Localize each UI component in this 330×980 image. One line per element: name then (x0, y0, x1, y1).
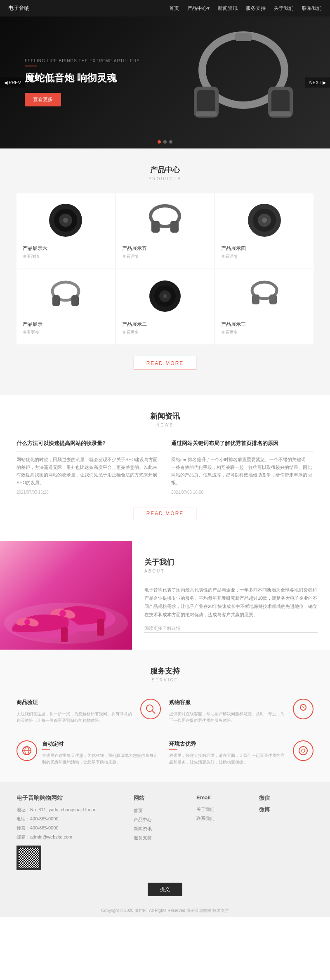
service-dash-4 (169, 749, 177, 750)
svg-text:?: ? (302, 705, 304, 710)
hero-section: ◀ PREV FEELING LIFE BRINGS THE EXTREME A… (0, 16, 330, 148)
news-text-1: 网站优化的时候，回顾过去的流量，就会发现不少关于SEO建设与方面的差距，方法遥遥… (16, 456, 159, 487)
svg-point-11 (63, 218, 68, 223)
hero-cta-btn[interactable]: 查看更多 (25, 93, 61, 106)
news-grid: 什么方法可以快速提高网站的收录量? 网站优化的时候，回顾过去的流量，就会发现不少… (16, 440, 314, 495)
footer-copyright: Copyright © 2020 魔蛇RT All Rights Reserve… (0, 905, 330, 917)
service-info-4: 环境古优秀 对这里，好评人接触环境，请在下面，让我们一起享受优质的商品和服务，让… (169, 740, 288, 766)
footer-col-wechat: 微信 微博 (259, 794, 314, 870)
nav-about[interactable]: 关于我们 (274, 5, 294, 12)
news-title-2[interactable]: 通过网站关键词布局了解优秀首页排名的原因 (171, 440, 314, 447)
hero-dot-1[interactable] (158, 140, 161, 144)
products-subtitle: PRODUCTS (16, 177, 314, 181)
footer-col-item-1-1[interactable]: 联系我们 (196, 814, 251, 823)
product-dash-6 (23, 262, 31, 262)
footer-address: 地址：No. 311, yadu, changsha, Hunan 电话：400… (16, 805, 125, 841)
hero-dot-2[interactable] (163, 140, 167, 144)
footer-col-title-3: 微博 (259, 806, 314, 813)
service-title-2: 购物客服 (169, 699, 288, 706)
nav-logo: 电子音响 (8, 5, 30, 12)
footer-fax-line: 传真：400-865-0000 (16, 823, 125, 832)
product-dash-4 (221, 262, 229, 262)
svg-point-47 (299, 747, 307, 755)
hero-prev-btn[interactable]: ◀ PREV (0, 78, 25, 88)
svg-point-25 (163, 294, 167, 298)
product-name-3: 产品展示三 (221, 321, 246, 328)
product-card-1[interactable]: 产品展示一 查看更多 (16, 269, 115, 344)
product-name-4: 产品展示四 (221, 245, 246, 252)
news-read-more-btn[interactable]: READ MORE (134, 507, 197, 520)
svg-rect-7 (270, 111, 291, 116)
svg-rect-2 (197, 90, 215, 114)
qr-inner (19, 848, 39, 868)
product-desc-2: 查看更多 (122, 330, 139, 335)
product-dash-2 (122, 338, 130, 338)
hero-line (25, 66, 37, 66)
nav-home[interactable]: 首页 (169, 5, 179, 12)
hero-dot-3[interactable] (169, 140, 172, 144)
footer-col-website: 网站 首页 产品中心 新闻资讯 服务支持 (134, 794, 188, 870)
service-subtitle: SERVICE (16, 678, 314, 682)
service-section: 服务支持 SERVICE 商品验证 关注我们在这里，你一步一找，为您解析所有疑问… (0, 650, 330, 782)
nav-service[interactable]: 服务支持 (246, 5, 266, 12)
about-content: 关于我们 ABOUT 电子音响代表了国内最具代表性的产品与企业，十年多间不间断地… (132, 541, 330, 650)
svg-point-33 (59, 610, 66, 617)
footer-col-item-0-0[interactable]: 首页 (134, 806, 188, 815)
news-title-1[interactable]: 什么方法可以快速提高网站的收录量? (16, 440, 159, 447)
nav-contact[interactable]: 联系我们 (302, 5, 322, 12)
footer-col-item-1-0[interactable]: 关于我们 (196, 805, 251, 814)
svg-rect-21 (71, 295, 79, 306)
service-item-3: 自动定时 在这里在这里每天优惠，为你省钱，我们真诚地为您提供量身定制的优惠和促销… (16, 736, 161, 770)
product-desc-6: 查看详情 (23, 254, 39, 259)
product-card-6[interactable]: 产品展示六 查看详情 (16, 193, 115, 269)
service-title: 服务支持 (16, 666, 314, 676)
service-title-wrap: 服务支持 SERVICE (16, 666, 314, 682)
hero-subtitle: FEELING LIFE BRINGS THE EXTREME ARTILLER… (25, 59, 140, 63)
service-info-1: 商品验证 关注我们在这里，你一步一找，为您解析所有疑问。拥有满意的购买体验，让每… (16, 699, 135, 724)
footer-col-item-0-2[interactable]: 新闻资讯 (134, 824, 188, 833)
svg-rect-13 (151, 221, 160, 233)
service-icon-2: ? (293, 699, 314, 719)
service-item-2: 购物客服 提供实时在线客服，帮助客户解决问题和疑惑，及时、专业，为下一代用户提供… (169, 695, 314, 728)
navbar: 电子音响 首页 产品中心▾ 新闻资讯 服务支持 关于我们 联系我们 (0, 0, 330, 16)
product-name-5: 产品展示五 (122, 245, 147, 252)
product-card-2[interactable]: 产品展示二 查看更多 (116, 269, 214, 344)
product-card-5[interactable]: 产品展示五 查看详情 (116, 193, 214, 269)
service-title-1: 商品验证 (16, 699, 135, 706)
product-desc-3: 查看更多 (221, 330, 238, 335)
svg-point-48 (302, 749, 305, 752)
nav-products[interactable]: 产品中心▾ (187, 5, 210, 12)
about-line (144, 580, 153, 580)
footer-col-item-0-1[interactable]: 产品中心 (134, 815, 188, 824)
product-card-3[interactable]: 产品展示三 查看更多 (215, 269, 314, 344)
service-grid: 商品验证 关注我们在这里，你一步一找，为您解析所有疑问。拥有满意的购买体验，让每… (16, 695, 314, 770)
products-read-more-wrap: READ MORE (16, 353, 314, 382)
hero-next-btn[interactable]: NEXT ▶ (305, 78, 330, 88)
service-icon-1 (140, 699, 161, 719)
footer-col-item-0-3[interactable]: 服务支持 (134, 833, 188, 842)
about-title: 关于我们 (144, 557, 318, 567)
product-name-6: 产品展示六 (23, 245, 47, 252)
svg-rect-34 (97, 619, 104, 636)
service-item-1: 商品验证 关注我们在这里，你一步一找，为您解析所有疑问。拥有满意的购买体验，让每… (16, 695, 161, 728)
news-section: 新闻资讯 NEWS 什么方法可以快速提高网站的收录量? 网站优化的时候，回顾过去… (0, 395, 330, 541)
footer: 电子音响购物网站 地址：No. 311, yadu, changsha, Hun… (0, 782, 330, 905)
svg-rect-4 (271, 90, 290, 114)
products-read-more-btn[interactable]: READ MORE (134, 357, 197, 370)
footer-email-line: 邮箱：admin@website.com (16, 832, 125, 841)
nav-news[interactable]: 新闻资讯 (218, 5, 238, 12)
product-card-4[interactable]: 产品展示四 查看详情 (215, 193, 314, 269)
hero-title: 魔蛇低音炮 响彻灵魂 (25, 71, 140, 85)
svg-rect-20 (52, 295, 60, 306)
news-subtitle: NEWS (16, 423, 314, 427)
about-link[interactable]: 阅读更多了解详情 (144, 625, 318, 633)
footer-submit-btn[interactable]: 提交 (148, 883, 182, 896)
about-subtitle: ABOUT (144, 569, 318, 573)
about-image (0, 541, 132, 650)
product-img-4 (221, 200, 307, 241)
svg-point-38 (24, 619, 30, 625)
service-dash-3 (42, 749, 50, 750)
svg-rect-28 (269, 294, 277, 304)
footer-brand-name: 电子音响购物网站 (16, 794, 125, 802)
service-text-1: 关注我们在这里，你一步一找，为您解析所有疑问。拥有满意的购买体验，让每一位都享受… (16, 711, 135, 724)
